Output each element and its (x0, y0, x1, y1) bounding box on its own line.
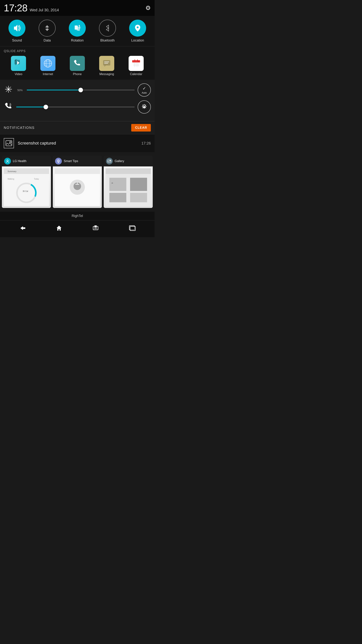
qslide-app-messaging[interactable]: Messaging (96, 56, 117, 76)
lg-health-header: LG Health (2, 156, 51, 166)
lg-health-name: LG Health (13, 160, 26, 163)
gallery-preview: ⛰ (104, 166, 153, 208)
svg-rect-73 (130, 226, 135, 230)
qslide-app-grid: Video Internet Phone (4, 56, 151, 76)
svg-line-35 (10, 87, 11, 88)
toggle-data[interactable]: Data (36, 20, 58, 42)
brightness-slider[interactable] (27, 90, 135, 90)
smart-tips-preview (53, 166, 102, 208)
toggle-sound-label: Sound (12, 38, 22, 42)
video-icon[interactable] (11, 56, 26, 71)
clear-notifications-button[interactable]: CLEAR (131, 124, 151, 132)
svg-text:Walking: Walking (7, 178, 14, 180)
time-block: 17:28 Wed Jul 30, 2014 (4, 2, 59, 14)
gallery-name: Gallery (115, 160, 124, 163)
svg-text:Summary: Summary (7, 170, 16, 172)
svg-text:⛰: ⛰ (111, 182, 113, 184)
toggle-sound-circle[interactable] (8, 20, 25, 36)
recent-app-lg-health[interactable]: LG Health Summary Walking Today 36 Cal (2, 156, 51, 208)
toggle-data-label: Data (43, 38, 51, 42)
volume-slider[interactable] (16, 106, 135, 107)
svg-rect-66 (130, 193, 147, 202)
settings-icon[interactable]: ⚙ (145, 4, 151, 12)
volume-thumb[interactable] (43, 105, 48, 109)
gallery-logo (106, 158, 113, 164)
toggle-rotation-circle[interactable] (69, 20, 86, 36)
svg-point-28 (7, 88, 9, 90)
toggle-location-label: Location (131, 38, 144, 42)
phone-icon[interactable] (70, 56, 85, 71)
lg-health-logo (4, 158, 11, 164)
toggle-bluetooth[interactable]: Bluetooth (96, 20, 119, 42)
brightness-fill (27, 90, 81, 90)
qslide-app-internet-label: Internet (43, 72, 53, 76)
volume-fill (16, 106, 46, 107)
back-button[interactable] (17, 224, 27, 234)
svg-rect-13 (103, 60, 110, 66)
volume-call-icon (4, 102, 13, 112)
auto-brightness-button[interactable]: ✓ Auto (138, 84, 151, 96)
sliders-section: 50% ✓ Auto (0, 80, 155, 121)
carrier-name: RighTel (72, 214, 83, 218)
recent-app-gallery[interactable]: Gallery ⛰ (104, 156, 153, 208)
recent-apps-section: LG Health Summary Walking Today 36 Cal (0, 152, 155, 212)
lg-health-preview: Summary Walking Today 36 Cal (2, 166, 51, 208)
svg-line-33 (6, 87, 7, 88)
quick-toggles-row: Sound Data Rotation Blu (0, 16, 155, 46)
qslide-app-phone[interactable]: Phone (67, 56, 88, 76)
navigation-bar (0, 220, 155, 237)
multitask-button[interactable] (127, 224, 137, 234)
smart-tips-header: Smart Tips (53, 156, 102, 166)
toggle-rotation-label: Rotation (71, 38, 83, 42)
brightness-row: 50% ✓ Auto (4, 84, 151, 96)
status-bar: 17:28 Wed Jul 30, 2014 ⚙ (0, 0, 155, 16)
screenshot-notification-title: Screenshot captured (18, 141, 56, 146)
svg-line-36 (6, 91, 7, 92)
qslide-app-calendar-label: Calendar (130, 72, 142, 76)
toggle-rotation[interactable]: Rotation (66, 20, 89, 42)
carrier-bar: RighTel (0, 212, 155, 220)
svg-text:36 Cal: 36 Cal (23, 190, 28, 192)
svg-line-34 (10, 91, 11, 92)
brightness-track (27, 90, 135, 90)
qslide-app-video-label: Video (15, 72, 22, 76)
qslide-app-messaging-label: Messaging (99, 72, 114, 76)
toggle-data-circle[interactable] (39, 20, 56, 36)
svg-rect-64 (130, 178, 147, 191)
auto-label: Auto (142, 91, 147, 94)
notifications-label: NOTIFICATIONS (4, 126, 35, 130)
svg-point-19 (138, 61, 139, 62)
toggle-bluetooth-label: Bluetooth (100, 38, 115, 42)
brightness-icon (4, 86, 13, 94)
qslide-title: QSLIDE APPS (4, 50, 151, 53)
svg-point-60 (110, 160, 110, 161)
home-button[interactable] (54, 224, 64, 234)
smart-tips-name: Smart Tips (64, 160, 78, 163)
calendar-icon[interactable] (129, 56, 144, 71)
svg-rect-65 (109, 193, 126, 202)
qslide-app-calendar[interactable]: Calendar (126, 56, 146, 76)
brightness-thumb[interactable] (78, 88, 83, 92)
notifications-bar: NOTIFICATIONS CLEAR (0, 121, 155, 134)
internet-icon[interactable] (40, 56, 55, 71)
svg-marker-16 (104, 66, 106, 66)
svg-text:Today: Today (34, 178, 39, 180)
qslide-app-video[interactable]: Video (8, 56, 29, 76)
screenshot-notification-icon (4, 138, 14, 148)
svg-rect-62 (106, 168, 151, 174)
clock-time: 17:28 (4, 2, 27, 14)
toggle-location[interactable]: Location (126, 20, 149, 42)
toggle-location-circle[interactable] (129, 20, 146, 36)
qslide-section: QSLIDE APPS Video (0, 46, 155, 80)
toggle-bluetooth-circle[interactable] (99, 20, 116, 36)
messaging-icon[interactable] (99, 56, 114, 71)
recent-app-smart-tips[interactable]: Smart Tips (53, 156, 102, 208)
svg-rect-63 (109, 178, 126, 191)
recents-button[interactable] (91, 224, 100, 234)
toggle-sound[interactable]: Sound (6, 20, 28, 42)
svg-marker-0 (14, 25, 17, 32)
brightness-percent: 50% (17, 89, 23, 92)
volume-settings-button[interactable] (138, 100, 151, 114)
notification-screenshot[interactable]: Screenshot captured 17:26 (0, 134, 155, 152)
qslide-app-internet[interactable]: Internet (37, 56, 58, 76)
